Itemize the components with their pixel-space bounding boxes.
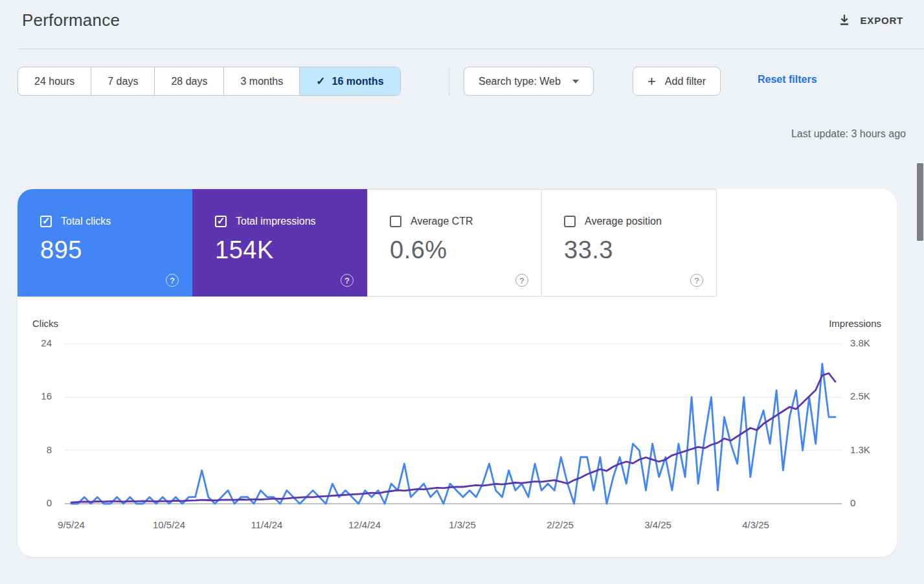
download-icon (837, 13, 851, 27)
x-tick: 11/4/24 (251, 519, 283, 530)
x-tick: 10/5/24 (153, 519, 185, 530)
average-position-value: 33.3 (564, 236, 716, 264)
left-tick: 16 (25, 390, 52, 401)
checkmark-icon: ✓ (217, 215, 225, 227)
x-tick: 2/2/25 (547, 519, 574, 530)
average-ctr-checkbox[interactable]: ✓ (390, 216, 401, 227)
reset-filters-link[interactable]: Reset filters (758, 74, 817, 85)
left-axis-title: Clicks (32, 318, 58, 329)
page-title: Performance (22, 10, 120, 30)
vertical-scrollbar[interactable] (917, 163, 923, 241)
average-ctr-value: 0.6% (390, 236, 541, 264)
total-clicks-value: 895 (40, 236, 192, 264)
left-tick: 24 (25, 337, 52, 348)
range-28-days[interactable]: ✓ 28 days (154, 67, 223, 95)
help-icon[interactable]: ? (690, 274, 703, 287)
total-clicks-checkbox[interactable]: ✓ (40, 216, 52, 227)
performance-card: ✓ Total clicks 895 ? ✓ Total impressions… (17, 189, 897, 557)
total-impressions-checkbox[interactable]: ✓ (215, 216, 227, 227)
metric-tiles: ✓ Total clicks 895 ? ✓ Total impressions… (17, 189, 897, 297)
help-icon[interactable]: ? (341, 274, 354, 287)
performance-chart: Clicks Impressions 24 16 8 0 3.8K 2.5K 1… (17, 297, 897, 557)
x-tick: 12/4/24 (348, 519, 381, 530)
total-impressions-value: 154K (215, 236, 366, 264)
filter-divider (449, 67, 449, 96)
average-ctr-tile[interactable]: ✓ Average CTR 0.6% ? (367, 189, 542, 297)
checkmark-icon: ✓ (42, 215, 51, 227)
chevron-down-icon (572, 80, 579, 84)
x-tick: 9/5/24 (58, 519, 85, 530)
help-icon[interactable]: ? (515, 274, 528, 287)
export-button[interactable]: EXPORT (835, 8, 906, 32)
right-tick: 0 (850, 497, 877, 508)
left-tick: 0 (25, 497, 52, 508)
right-tick: 1.3K (850, 444, 877, 455)
average-position-checkbox[interactable]: ✓ (564, 216, 576, 227)
export-label: EXPORT (861, 15, 903, 26)
range-3-months[interactable]: ✓ 3 months (223, 67, 299, 95)
header-divider (17, 49, 924, 49)
left-tick: 8 (25, 444, 52, 455)
total-impressions-tile[interactable]: ✓ Total impressions 154K ? (192, 189, 367, 297)
range-16-months[interactable]: ✓ 16 months (299, 67, 400, 95)
chart-plot[interactable] (65, 335, 842, 513)
right-tick: 3.8K (850, 337, 877, 348)
add-filter-button[interactable]: + Add filter (633, 67, 721, 96)
x-tick: 3/4/25 (644, 519, 671, 530)
right-tick: 2.5K (850, 390, 877, 401)
plus-icon: + (648, 74, 656, 89)
x-tick: 4/3/25 (742, 519, 769, 530)
date-range-group: ✓ 24 hours ✓ 7 days ✓ 28 days ✓ 3 months… (17, 67, 401, 96)
last-update-text: Last update: 3 hours ago (791, 128, 906, 140)
range-24-hours[interactable]: ✓ 24 hours (18, 67, 91, 95)
right-axis-title: Impressions (829, 318, 881, 329)
help-icon[interactable]: ? (166, 274, 179, 287)
x-tick: 1/3/25 (449, 519, 476, 530)
average-position-tile[interactable]: ✓ Average position 33.3 ? (542, 189, 717, 297)
total-clicks-tile[interactable]: ✓ Total clicks 895 ? (17, 189, 192, 297)
search-type-dropdown[interactable]: Search type: Web (464, 67, 594, 96)
range-7-days[interactable]: ✓ 7 days (91, 67, 154, 95)
checkmark-icon: ✓ (316, 74, 325, 88)
